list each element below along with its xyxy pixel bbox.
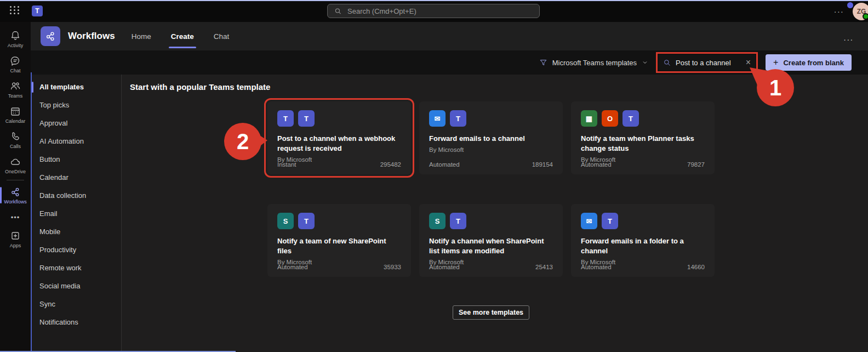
teams-icon: T: [602, 213, 618, 229]
section-heading: Start with a popular Teams template: [130, 82, 270, 92]
rail-item-activity[interactable]: Activity: [0, 26, 31, 52]
template-card-sharepoint-files[interactable]: S T Notify a team of new SharePoint file…: [267, 204, 411, 277]
rail-item-calendar[interactable]: Calendar: [0, 102, 31, 127]
card-type: Automated: [429, 161, 460, 168]
page-title: Workflows: [68, 31, 115, 42]
template-card-forward-emails[interactable]: ✉ T Forward emails to a channel By Micro…: [419, 101, 563, 174]
annotation-box-search: ×: [656, 52, 758, 73]
teams-meeting-icon: T: [277, 110, 294, 127]
capture-border-left: [31, 72, 32, 352]
rail-item-teams[interactable]: Teams: [0, 77, 31, 102]
capture-border-top: [0, 0, 868, 1]
template-card-planner-status[interactable]: ▦ O T Notify a team when Planner tasks c…: [571, 101, 715, 174]
planner-icon: ▦: [581, 110, 597, 127]
search-icon: [334, 7, 342, 15]
sidebar-item-email[interactable]: Email: [31, 205, 121, 223]
teams-icon: T: [450, 110, 466, 127]
chevron-down-icon: [642, 59, 648, 66]
os-top-bar: T ... ZG: [0, 0, 868, 22]
sidebar-item-top-picks[interactable]: Top picks: [31, 96, 121, 114]
window-more-icon[interactable]: ...: [834, 5, 844, 14]
rail-item-chat[interactable]: Chat: [0, 52, 31, 77]
sidebar-item-all-templates[interactable]: All templates: [31, 78, 121, 96]
card-count: 14660: [687, 264, 705, 270]
cloud-icon: [10, 156, 21, 167]
template-categories: All templates Top picks Approval AI Auto…: [31, 75, 122, 352]
tab-create[interactable]: Create: [171, 22, 194, 50]
templates-filter-dropdown[interactable]: Microsoft Teams templates: [539, 59, 648, 67]
teams-logo-icon[interactable]: T: [32, 5, 43, 16]
header-more-icon[interactable]: ...: [843, 33, 854, 42]
card-count: 295482: [380, 161, 401, 168]
sidebar-item-notifications[interactable]: Notifications: [31, 313, 121, 331]
office-icon: O: [602, 110, 618, 127]
workflows-header: Workflows Home Create Chat: [31, 22, 868, 50]
rail-item-workflows[interactable]: Workflows: [0, 183, 31, 208]
templates-toolbar: Microsoft Teams templates × + Create fro…: [31, 50, 868, 75]
global-search-input[interactable]: [347, 7, 533, 15]
card-count: 25413: [535, 264, 553, 270]
rail-item-apps[interactable]: Apps: [0, 226, 31, 252]
sidebar-item-approval[interactable]: Approval: [31, 114, 121, 132]
card-title: Forward emails to a channel: [429, 134, 553, 144]
presence-badge: [863, 13, 868, 20]
card-title: Notify a channel when SharePoint list it…: [429, 236, 553, 256]
sidebar-item-remote-work[interactable]: Remote work: [31, 259, 121, 277]
sidebar-item-data-collection[interactable]: Data collection: [31, 186, 121, 205]
template-card-sharepoint-list[interactable]: S T Notify a channel when SharePoint lis…: [419, 204, 563, 277]
card-type: Instant: [277, 161, 296, 168]
filter-label: Microsoft Teams templates: [552, 59, 637, 67]
card-title: Post to a channel when a webhook request…: [277, 134, 401, 154]
sidebar-item-mobile[interactable]: Mobile: [31, 223, 121, 241]
search-icon: [663, 59, 671, 67]
people-icon: [10, 81, 21, 92]
tab-chat[interactable]: Chat: [214, 22, 230, 50]
sharepoint-icon: S: [277, 213, 294, 229]
teams-icon: T: [298, 110, 315, 127]
sidebar-item-ai-automation[interactable]: AI Automation: [31, 132, 121, 150]
sharepoint-icon: S: [429, 213, 446, 229]
sidebar-item-sync[interactable]: Sync: [31, 295, 121, 313]
sidebar-item-social-media[interactable]: Social media: [31, 277, 121, 295]
template-search-box[interactable]: ×: [659, 55, 755, 70]
templates-main: Start with a popular Teams template T T …: [122, 75, 868, 352]
card-count: 35933: [384, 264, 401, 270]
global-search-box[interactable]: [327, 4, 540, 18]
apps-icon: [10, 230, 21, 241]
see-more-templates-button[interactable]: See more templates: [453, 305, 529, 320]
sidebar-item-productivity[interactable]: Productivity: [31, 241, 121, 259]
template-card-forward-folder-emails[interactable]: ✉ T Forward emails in a folder to a chan…: [571, 204, 715, 277]
template-search-input[interactable]: [676, 59, 736, 67]
card-count: 79827: [687, 161, 705, 168]
notification-dot: [847, 2, 853, 8]
app-launcher-icon[interactable]: [10, 6, 20, 14]
card-type: Automated: [429, 264, 460, 270]
card-type: Automated: [581, 264, 612, 270]
rail-more-icon[interactable]: •••: [11, 208, 20, 226]
header-tabs: Home Create Chat: [132, 22, 230, 50]
teams-icon: T: [298, 213, 315, 229]
sidebar-item-button[interactable]: Button: [31, 150, 121, 168]
card-type: Automated: [581, 161, 612, 168]
phone-icon: [10, 131, 21, 142]
create-from-blank-button[interactable]: + Create from blank: [766, 54, 852, 71]
outlook-icon: ✉: [429, 110, 446, 127]
filter-icon: [539, 59, 547, 67]
rail-item-onedrive[interactable]: OneDrive: [0, 152, 31, 178]
template-card-webhook-post[interactable]: T T Post to a channel when a webhook req…: [267, 101, 411, 174]
workflows-app-icon: [41, 26, 60, 46]
teams-icon: T: [450, 213, 466, 229]
rail-item-calls[interactable]: Calls: [0, 127, 31, 152]
rail-divider: [7, 180, 24, 180]
clear-search-icon[interactable]: ×: [746, 58, 751, 67]
sidebar-item-calendar[interactable]: Calendar: [31, 168, 121, 186]
tab-home[interactable]: Home: [132, 22, 151, 50]
teams-icon: T: [623, 110, 639, 127]
plus-icon: +: [773, 58, 778, 67]
outlook-icon: ✉: [581, 213, 597, 229]
card-title: Forward emails in a folder to a channel: [581, 236, 705, 256]
chat-icon: [10, 55, 21, 66]
card-type: Automated: [277, 264, 308, 270]
card-author: By Microsoft: [429, 146, 553, 153]
app-rail: Activity Chat Teams Calendar Calls OneDr…: [0, 22, 31, 352]
